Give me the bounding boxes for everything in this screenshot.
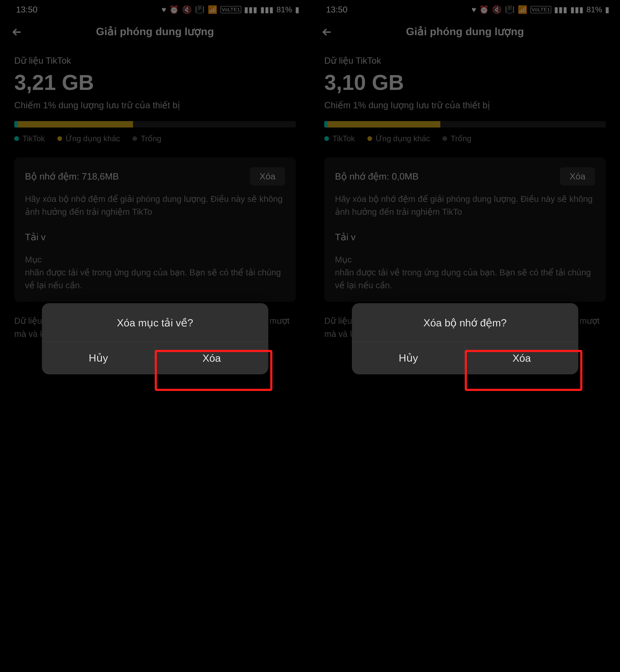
dialog-title: Xóa mục tải về? xyxy=(42,303,268,341)
status-bar: 13:50 ♥ ⏰ 🔇 📳 📶 VoLTE1 ▮▮▮ ▮▮▮ 81% ▮ xyxy=(0,0,310,18)
storage-bar xyxy=(324,121,606,128)
legend-other: Ứng dụng khác xyxy=(57,134,120,143)
download-description: Mục nhãn được tải về trong ứng dụng của … xyxy=(335,253,595,292)
status-right: ♥ ⏰ 🔇 📳 📶 VoLTE1 ▮▮▮ ▮▮▮ 81% ▮ xyxy=(471,5,609,14)
back-arrow-icon[interactable] xyxy=(11,26,23,39)
legend-tiktok: TikTok xyxy=(14,134,45,143)
vibrate-icon: 📳 xyxy=(195,5,205,14)
signal2-icon: ▮▮▮ xyxy=(260,5,274,14)
dot-yellow-icon xyxy=(57,136,62,141)
vibrate-icon: 📳 xyxy=(505,5,515,14)
heart-icon: ♥ xyxy=(161,5,166,14)
page-header: Giải phóng dung lượng xyxy=(0,18,310,47)
cache-description: Hãy xóa bộ nhớ đệm để giải phóng dung lư… xyxy=(25,193,285,218)
cache-download-card: Bộ nhớ đệm: 0,0MB Xóa Hãy xóa bộ nhớ đệm… xyxy=(324,157,606,302)
alarm-icon: ⏰ xyxy=(479,5,489,14)
cache-row: Bộ nhớ đệm: 0,0MB Xóa xyxy=(335,167,595,186)
cache-label: Bộ nhớ đệm: 0,0MB xyxy=(335,171,419,182)
download-row: Tải v Xóa xyxy=(25,228,285,246)
download-description: Mục nhãn được tải về trong ứng dụng của … xyxy=(25,253,285,292)
confirm-delete-button[interactable]: Xóa xyxy=(155,341,268,374)
signal-icon: ▮▮▮ xyxy=(244,5,257,14)
legend-free: Trống xyxy=(133,134,161,143)
signal-icon: ▮▮▮ xyxy=(554,5,567,14)
cancel-button[interactable]: Hủy xyxy=(352,341,465,374)
status-bar: 13:50 ♥ ⏰ 🔇 📳 📶 VoLTE1 ▮▮▮ ▮▮▮ 81% ▮ xyxy=(310,0,620,18)
back-arrow-icon[interactable] xyxy=(321,26,333,39)
battery-percent: 81% xyxy=(586,5,602,14)
legend-tiktok: TikTok xyxy=(324,134,355,143)
confirm-dialog: Xóa mục tải về? Hủy Xóa xyxy=(42,303,268,374)
phone-left: 13:50 ♥ ⏰ 🔇 📳 📶 VoLTE1 ▮▮▮ ▮▮▮ 81% ▮ Giả… xyxy=(0,0,310,672)
dot-teal-icon xyxy=(14,136,19,141)
dot-grey-icon xyxy=(133,136,137,141)
status-right: ♥ ⏰ 🔇 📳 📶 VoLTE1 ▮▮▮ ▮▮▮ 81% ▮ xyxy=(161,5,299,14)
bar-segment-other xyxy=(18,121,133,128)
delete-cache-button[interactable]: Xóa xyxy=(560,167,595,186)
heart-icon: ♥ xyxy=(471,5,476,14)
data-label: Dữ liệu TikTok xyxy=(14,55,296,66)
battery-percent: 81% xyxy=(276,5,292,14)
battery-icon: ▮ xyxy=(605,5,609,14)
status-time: 13:50 xyxy=(16,5,38,14)
storage-subtitle: Chiếm 1% dung lượng lưu trữ của thiết bị xyxy=(14,100,296,110)
volte-icon: VoLTE1 xyxy=(530,6,551,13)
dot-teal-icon xyxy=(324,136,329,141)
download-row: Tải v Xóa xyxy=(335,228,595,246)
data-label: Dữ liệu TikTok xyxy=(324,55,606,66)
dialog-title: Xóa bộ nhớ đệm? xyxy=(352,303,578,341)
cache-row: Bộ nhớ đệm: 718,6MB Xóa xyxy=(25,167,285,186)
wifi-icon: 📶 xyxy=(208,5,218,14)
download-label: Tải v xyxy=(335,232,356,242)
storage-subtitle: Chiếm 1% dung lượng lưu trữ của thiết bị xyxy=(324,100,606,110)
legend-free: Trống xyxy=(443,134,471,143)
cancel-button[interactable]: Hủy xyxy=(42,341,155,374)
download-label: Tải v xyxy=(25,232,46,242)
storage-legend: TikTok Ứng dụng khác Trống xyxy=(324,134,606,143)
cache-label: Bộ nhớ đệm: 718,6MB xyxy=(25,171,119,182)
cache-description: Hãy xóa bộ nhớ đệm để giải phóng dung lư… xyxy=(335,193,595,218)
storage-legend: TikTok Ứng dụng khác Trống xyxy=(14,134,296,143)
confirm-dialog: Xóa bộ nhớ đệm? Hủy Xóa xyxy=(352,303,578,374)
dot-yellow-icon xyxy=(367,136,372,141)
storage-bar xyxy=(14,121,296,128)
volte-icon: VoLTE1 xyxy=(220,6,241,13)
phone-right: 13:50 ♥ ⏰ 🔇 📳 📶 VoLTE1 ▮▮▮ ▮▮▮ 81% ▮ Giả… xyxy=(310,0,620,672)
battery-icon: ▮ xyxy=(295,5,299,14)
signal2-icon: ▮▮▮ xyxy=(570,5,584,14)
bar-segment-tiktok xyxy=(324,121,328,128)
delete-cache-button[interactable]: Xóa xyxy=(250,167,285,186)
dialog-buttons: Hủy Xóa xyxy=(352,341,578,374)
dialog-buttons: Hủy Xóa xyxy=(42,341,268,374)
page-title: Giải phóng dung lượng xyxy=(319,25,611,38)
alarm-icon: ⏰ xyxy=(169,5,179,14)
bar-segment-other xyxy=(328,121,440,128)
storage-size: 3,21 GB xyxy=(14,70,296,95)
page-header: Giải phóng dung lượng xyxy=(310,18,620,47)
mute-icon: 🔇 xyxy=(182,5,192,14)
storage-size: 3,10 GB xyxy=(324,70,606,95)
legend-other: Ứng dụng khác xyxy=(367,134,430,143)
wifi-icon: 📶 xyxy=(518,5,528,14)
status-time: 13:50 xyxy=(326,5,348,14)
dot-grey-icon xyxy=(443,136,447,141)
mute-icon: 🔇 xyxy=(492,5,502,14)
cache-download-card: Bộ nhớ đệm: 718,6MB Xóa Hãy xóa bộ nhớ đ… xyxy=(14,157,296,302)
bar-segment-tiktok xyxy=(14,121,18,128)
confirm-delete-button[interactable]: Xóa xyxy=(465,341,578,374)
page-title: Giải phóng dung lượng xyxy=(9,25,301,38)
